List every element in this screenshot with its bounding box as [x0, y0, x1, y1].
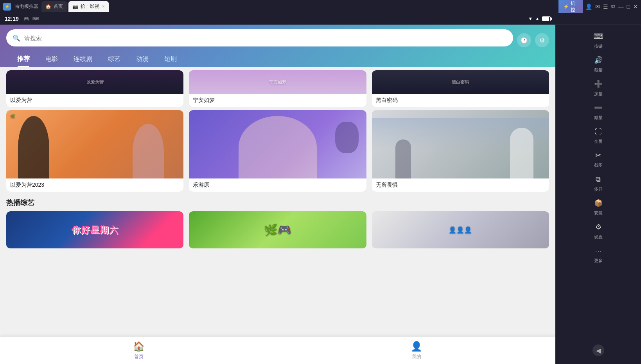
card-wusuoweiju[interactable]: 无所畏惧: [372, 110, 549, 192]
card-heibaimima[interactable]: 黑白密码 黑白密码: [372, 70, 549, 107]
history-icon: 🕐: [520, 37, 528, 44]
mail-icon[interactable]: ✉: [595, 4, 600, 10]
anzhuang-label: 安装: [594, 210, 603, 216]
card-leyouyuan[interactable]: 乐游原: [189, 110, 366, 192]
bottom-nav-home[interactable]: 🏠 首页: [133, 341, 145, 360]
duokai-label: 多开: [594, 186, 603, 192]
quanping-label: 全屏: [594, 139, 603, 145]
sidebar-item-quanping[interactable]: ⛶ 全屏: [555, 123, 641, 147]
home-nav-icon: 🏠: [133, 341, 145, 352]
sidebar-item-jianiliang[interactable]: ➖ 减量: [555, 99, 641, 123]
multiopen-icon: ⧉: [592, 173, 605, 186]
tab-close-icon[interactable]: ✕: [102, 4, 105, 9]
main-wrapper: ⚡ 雷电模拟器 🏠 首页 📷 拾一影视 ✕ 12:19: [0, 0, 641, 364]
status-bar: 12:19 🎮 ⌨ ▼ ▲: [0, 13, 555, 25]
bottom-nav: 🏠 首页 👤 我的: [0, 337, 555, 364]
more-icon: ⋯: [592, 244, 605, 257]
card-wusuoweiju-title: 无所畏惧: [372, 178, 549, 192]
keyboard-sidebar-icon: ⌨: [592, 30, 605, 43]
status-icons: 🎮 ⌨: [23, 16, 39, 21]
sidebar-item-shezhi[interactable]: ⚙ 设置: [555, 218, 641, 242]
nav-tab-recommend[interactable]: 推荐: [9, 51, 38, 67]
app-tab-label: 拾一影视: [81, 3, 99, 10]
right-scroll-area: ◀: [593, 344, 604, 356]
card-ninganrumeng-image: 宁安如梦: [189, 70, 366, 94]
sidebar-item-gengduo[interactable]: ⋯ 更多: [555, 242, 641, 266]
card-ninganrumeng[interactable]: 宁安如梦 宁安如梦: [189, 70, 366, 107]
jietu-label: 截图: [594, 162, 603, 168]
scroll-handle[interactable]: ◀: [593, 344, 604, 356]
nav-tab-series[interactable]: 连续剧: [66, 51, 100, 67]
minimize-icon[interactable]: —: [618, 4, 624, 10]
card-yiaiweying2023-title: 以爱为营2023: [6, 178, 183, 192]
card-heibaimima-title: 黑白密码: [372, 94, 549, 107]
mine-nav-label: 我的: [412, 353, 421, 360]
history-icon-btn[interactable]: 🕐: [517, 33, 531, 47]
card-nihao-xingqiliu[interactable]: 你好星期六: [6, 211, 183, 248]
search-input[interactable]: [24, 35, 507, 41]
install-icon: 📦: [592, 197, 605, 209]
screenshot-icon: ✂: [592, 149, 605, 162]
content-area: 🔍 🕐 ⚙ 推荐: [0, 25, 555, 364]
top-bar-left: ⚡ 雷电模拟器: [3, 3, 38, 11]
card-yiaiweying[interactable]: 以爱为营 以爱为营: [6, 70, 183, 107]
app-tab-icon: 📷: [72, 4, 78, 9]
scroll-content[interactable]: 以爱为营 以爱为营 宁安如梦 宁安如梦 黑白密码 黑白: [0, 67, 555, 364]
gamepad-icon: 🎮: [23, 16, 29, 21]
lightning-icon: ⚡: [563, 4, 569, 9]
card-variety2[interactable]: 🌿🎮: [189, 211, 366, 248]
home-tab-icon: 🏠: [45, 4, 51, 9]
emulator-left: ⚡ 雷电模拟器 🏠 首页 📷 拾一影视 ✕ 12:19: [0, 0, 555, 364]
nav-tab-variety[interactable]: 综艺: [100, 51, 128, 67]
variety-cards-grid: 你好星期六 🌿🎮 �: [6, 211, 549, 248]
mine-nav-icon: 👤: [411, 341, 422, 352]
middle-cards-grid: 🌿 以爱为营2023 乐游原: [6, 110, 549, 192]
card-yiaiweying2023[interactable]: 🌿 以爱为营2023: [6, 110, 183, 192]
maximize-icon[interactable]: □: [627, 4, 630, 10]
app-header: 🔍 🕐 ⚙ 推荐: [0, 25, 555, 67]
home-tab-label: 首页: [54, 3, 63, 10]
card-variety3[interactable]: 👤👤👤: [372, 211, 549, 248]
sidebar-item-duokai[interactable]: ⧉ 多开: [555, 171, 641, 194]
battery-fill: [542, 17, 549, 21]
signal-icon: ▲: [535, 16, 540, 21]
jialiang-label: 加量: [594, 91, 603, 97]
search-area-row: 🔍 🕐 ⚙: [6, 29, 549, 51]
sidebar-item-jieliang[interactable]: 🔊 截量: [555, 52, 641, 75]
card-variety3-image: 👤👤👤: [372, 211, 549, 248]
card-ninganrumeng-title: 宁安如梦: [189, 94, 366, 107]
gengduo-label: 更多: [594, 258, 603, 264]
card-heibaimima-image: 黑白密码: [372, 70, 549, 94]
settings-icon: ⚙: [539, 37, 545, 44]
card-yiaiweying-image: 以爱为营: [6, 70, 183, 94]
emulator-name: 雷电模拟器: [15, 3, 38, 10]
settings-icon-btn[interactable]: ⚙: [535, 33, 549, 47]
sidebar-item-jialiang[interactable]: ➕ 加量: [555, 75, 641, 99]
sidebar-item-jietu[interactable]: ✂ 截图: [555, 147, 641, 171]
tab-home[interactable]: 🏠 首页: [41, 1, 67, 12]
nav-tab-anime[interactable]: 动漫: [128, 51, 156, 67]
close-icon[interactable]: ✕: [633, 4, 638, 10]
right-sidebar-items: ⌨ 按键 🔊 截量 ➕ 加量 ➖ 减量 ⛶ 全屏 ✂ 截图: [555, 25, 641, 364]
jianliang-label: 减量: [594, 115, 603, 121]
nav-tab-short[interactable]: 短剧: [156, 51, 185, 67]
anjiian-label: 按键: [594, 43, 603, 49]
user-icon[interactable]: 👤: [585, 4, 592, 10]
jieliang-label: 截量: [594, 67, 603, 73]
card-wusuoweiju-image: [372, 110, 549, 178]
emulator-logo-icon: ⚡: [3, 3, 11, 11]
nav-tab-movie[interactable]: 电影: [38, 51, 66, 67]
keyboard-icon: ⌨: [32, 16, 39, 21]
menu-icon[interactable]: ☰: [603, 4, 608, 10]
plus-icon: ➕: [592, 78, 605, 90]
sidebar-item-anzhuang[interactable]: 📦 安装: [555, 194, 641, 218]
search-bar[interactable]: 🔍: [6, 29, 513, 46]
sidebar-item-anjiian[interactable]: ⌨ 按键: [555, 28, 641, 52]
card-nihao-image: 你好星期六: [6, 211, 183, 248]
top-right-panel: ⚡ 手机控制 👤 ✉ ☰ ⧉ — □ ✕: [555, 0, 641, 13]
nav-tabs: 推荐 电影 连续剧 综艺 动漫 短剧: [6, 51, 549, 67]
bottom-nav-mine[interactable]: 👤 我的: [411, 341, 422, 360]
copy-icon[interactable]: ⧉: [611, 3, 615, 10]
card-yiaiweying2023-image: 🌿: [6, 110, 183, 178]
tab-app[interactable]: 📷 拾一影视 ✕: [68, 1, 109, 12]
